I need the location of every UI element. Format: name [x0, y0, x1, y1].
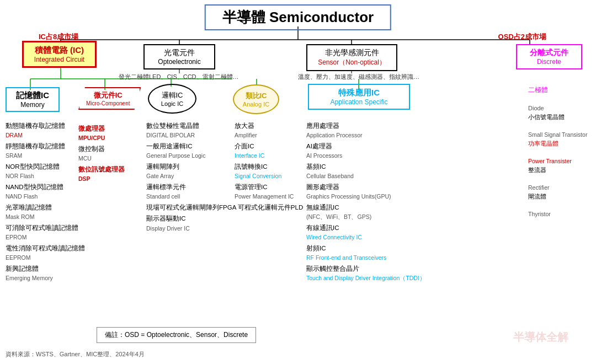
list-item: NAND型快閃記憶體 NAND Flash [6, 183, 85, 201]
subnote-opto: 發光二極體LED、CIS、CCD、雷射二極體… [119, 73, 239, 81]
box-opto: 光電元件 Optoelectronic [143, 44, 215, 69]
note-box: 備註：OSD = Optoelectronic、Sensor、Discrete [97, 327, 256, 343]
list-item: 數位訊號處理器 DSP [78, 165, 136, 184]
list-item: 電性消除可程式唯讀記憶體 EEPROM [6, 244, 85, 263]
list-item: 新興記憶體 Emerging Memory [6, 264, 85, 283]
list-item: 放大器 Amplifier [235, 121, 301, 140]
list-item: NOR型快閃記憶體 NOR Flash [6, 162, 85, 181]
page-title: 半導體 Semiconductor [205, 4, 391, 30]
subnote-sensor: 溫度、壓力、加速度、磁感測器、指紋辨識… [298, 73, 419, 81]
list-item: 二極體 Diode [528, 85, 592, 111]
discrete-column: 二極體 Diode 小信號電晶體 Small Signal Transistor… [528, 85, 592, 219]
box-ic: 積體電路 (IC) Integrated Circuit [22, 41, 97, 68]
box-memory: 記憶體IC Memory [6, 87, 60, 112]
list-item: 現場可程式化邏輯閘陣列FPGA 可程式化邏輯元件PLD [146, 203, 303, 212]
list-item: 整流器 Rectifier [528, 166, 592, 191]
list-item: 小信號電晶體 Small Signal Transistor [528, 113, 592, 138]
market-label-right: OSD占2成市場 [498, 32, 546, 42]
list-item: 射頻IC RF Front-end and Transceivers [306, 244, 425, 263]
watermark: 半導体全解 [513, 330, 568, 345]
page: 半導體 Semiconductor IC占8成市場 OSD占2成市場 積體電路 … [0, 0, 596, 364]
list-item: 圖形處理器 Graphics Processing Units(GPU) [306, 183, 425, 201]
list-item: AI處理器 AI Processors [306, 142, 425, 160]
list-item: 顯示觸控整合晶片 Touch and Display Driver Integr… [306, 264, 425, 283]
list-item: 動態隨機存取記憶體 DRAM [6, 121, 85, 140]
list-item: 微處理器 MPU/CPU [78, 124, 136, 143]
box-appspec: 特殊應用IC Application Specific [308, 84, 410, 110]
list-item: 靜態隨機存取記憶體 SRAM [6, 142, 85, 160]
memory-column: 動態隨機存取記憶體 DRAM 靜態隨機存取記憶體 SRAM NOR型快閃記憶體 … [6, 121, 85, 285]
list-item: 介面IC Interface IC [235, 142, 301, 160]
list-item: 訊號轉換IC Signal Conversion [235, 162, 301, 181]
list-item: 無線通訊IC (NFC、WiFi、BT、GPS) [306, 203, 425, 222]
micro-column: 微處理器 MPU/CPU 微控制器 MCU 數位訊號處理器 DSP [78, 124, 136, 185]
list-item: 有線通訊IC Wired Connectivity IC [306, 223, 425, 242]
box-micro: 微元件IC Micro-Component [78, 87, 141, 110]
list-item: 電源管理IC Power Management IC [235, 183, 301, 201]
list-item: 微控制器 MCU [78, 144, 136, 163]
source-text: 資料來源：WSTS、Gartner、MIC整理、2024年4月 [6, 350, 145, 358]
appspec-column: 應用處理器 Application Processor AI處理器 AI Pro… [306, 121, 425, 285]
analog-column: 放大器 Amplifier 介面IC Interface IC 訊號轉換IC S… [235, 121, 301, 203]
list-item: 光罩唯讀記憶體 Mask ROM [6, 203, 85, 222]
list-item: 閘流體 Thyristor [528, 192, 592, 217]
box-logic: 邏輯IC Logic IC [148, 84, 196, 114]
box-discrete: 分離式元件 Discrete [516, 44, 582, 69]
list-item: 功率電晶體 Power Transister [528, 140, 592, 164]
box-analog: 類比IC Analog IC [233, 84, 279, 114]
list-item: 可消除可程式唯讀記憶體 EPROM [6, 223, 85, 242]
list-item: 顯示器驅動IC Display Driver IC [146, 214, 303, 233]
box-sensor: 非光學感測元件 Sensor（Non-optical） [306, 44, 397, 71]
list-item: 應用處理器 Application Processor [306, 121, 425, 140]
list-item: 基頻IC Cellular Baseband [306, 162, 425, 181]
